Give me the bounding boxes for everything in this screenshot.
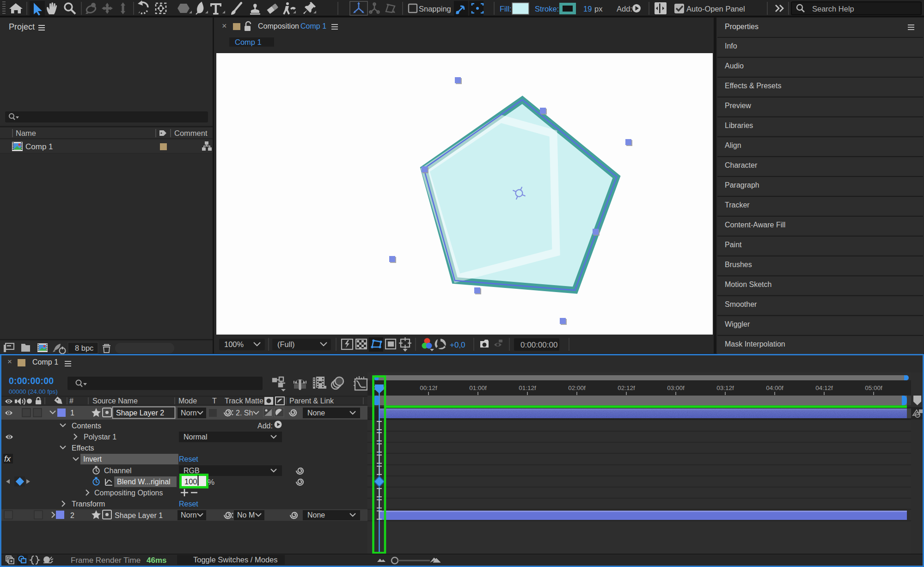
- svg-text:1: 1: [70, 409, 74, 417]
- svg-text:#: #: [69, 397, 73, 405]
- svg-text:Norn: Norn: [181, 409, 197, 417]
- svg-text:None: None: [307, 511, 325, 519]
- svg-text:Norn: Norn: [181, 511, 197, 519]
- svg-text:04:00f: 04:00f: [766, 384, 783, 391]
- svg-text:Invert: Invert: [83, 455, 102, 463]
- svg-text:Mode: Mode: [178, 397, 197, 405]
- svg-text:Parent & Link: Parent & Link: [289, 397, 334, 405]
- svg-text:No M: No M: [237, 511, 255, 519]
- svg-text:RGB: RGB: [184, 467, 200, 475]
- svg-text:19: 19: [583, 5, 592, 13]
- svg-text:02:12f: 02:12f: [618, 384, 635, 391]
- svg-text:100: 100: [184, 477, 197, 486]
- svg-text:2: 2: [70, 512, 74, 519]
- svg-text:8 bpc: 8 bpc: [75, 344, 93, 352]
- svg-text:46ms: 46ms: [147, 556, 166, 565]
- svg-text:Add:: Add:: [257, 422, 273, 430]
- svg-text:Toggle Switches / Modes: Toggle Switches / Modes: [193, 555, 278, 564]
- svg-text:Shape Layer 2: Shape Layer 2: [116, 409, 164, 417]
- svg-text:Snapping: Snapping: [419, 5, 451, 13]
- svg-text:T: T: [212, 397, 217, 405]
- svg-text:01:12f: 01:12f: [519, 384, 536, 391]
- svg-text:Reset: Reset: [179, 500, 198, 508]
- svg-text:2. Sh: 2. Sh: [236, 409, 253, 417]
- svg-text:Auto-Open Panel: Auto-Open Panel: [686, 5, 745, 13]
- svg-text:(Full): (Full): [277, 340, 295, 348]
- svg-text:Shape Layer 1: Shape Layer 1: [115, 512, 163, 519]
- svg-text:px: px: [594, 5, 603, 13]
- svg-text:Search Help: Search Help: [812, 5, 854, 13]
- svg-text:Contents: Contents: [72, 422, 101, 430]
- svg-text:Frame Render Time: Frame Render Time: [71, 556, 141, 565]
- svg-text:Compositing Options: Compositing Options: [94, 489, 163, 497]
- svg-text:Transform: Transform: [72, 500, 105, 508]
- svg-text:04:12f: 04:12f: [815, 384, 833, 391]
- svg-text:Add:: Add:: [617, 5, 632, 13]
- svg-text:+0,0: +0,0: [450, 341, 465, 349]
- svg-text:Polystar 1: Polystar 1: [84, 433, 116, 441]
- svg-text:02:00f: 02:00f: [568, 384, 586, 391]
- svg-text:Reset: Reset: [179, 455, 198, 463]
- svg-text:%: %: [208, 478, 214, 487]
- svg-text:05:00f: 05:00f: [865, 384, 882, 391]
- svg-text:Track Matte: Track Matte: [225, 397, 263, 405]
- svg-text:Channel: Channel: [104, 467, 132, 475]
- svg-text:Blend W...riginal: Blend W...riginal: [117, 478, 171, 486]
- svg-text:03:12f: 03:12f: [716, 384, 734, 391]
- svg-text:0:00:00:00: 0:00:00:00: [520, 341, 557, 349]
- svg-text:Source Name: Source Name: [92, 397, 138, 405]
- svg-text:00:12f: 00:12f: [420, 384, 437, 391]
- svg-text:fx: fx: [4, 454, 11, 463]
- svg-text:100%: 100%: [224, 340, 244, 348]
- svg-text:None: None: [307, 409, 325, 417]
- svg-text:01:00f: 01:00f: [469, 384, 487, 391]
- svg-text:Comment: Comment: [174, 129, 208, 137]
- svg-text:Stroke:: Stroke:: [535, 5, 559, 13]
- svg-text:Name: Name: [16, 129, 36, 137]
- svg-text:Comp 1: Comp 1: [25, 142, 53, 151]
- svg-text:03:00f: 03:00f: [667, 384, 685, 391]
- svg-text:Effects: Effects: [72, 444, 94, 452]
- svg-text:Normal: Normal: [184, 433, 208, 441]
- svg-text:Fill:: Fill:: [500, 5, 512, 13]
